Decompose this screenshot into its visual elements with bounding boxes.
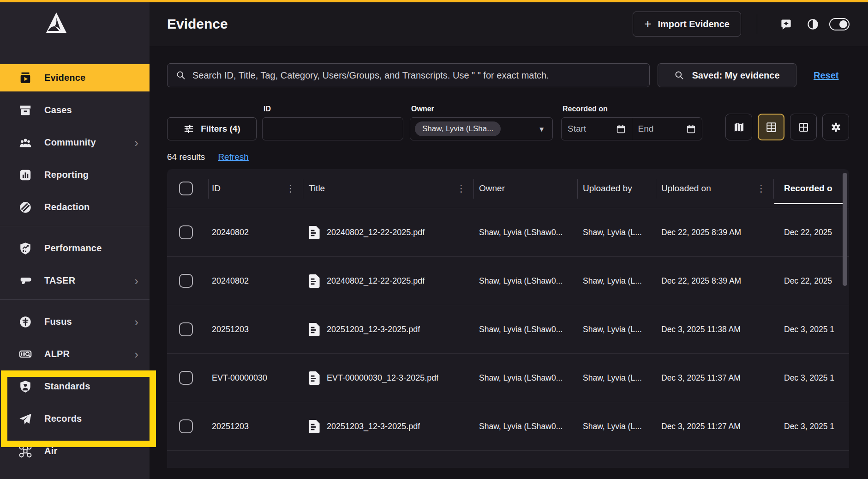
toggle-track bbox=[829, 18, 850, 30]
feedback-icon[interactable] bbox=[776, 14, 796, 34]
row-checkbox[interactable] bbox=[179, 322, 193, 336]
calendar-icon bbox=[686, 124, 696, 134]
sidebar-item-cases[interactable]: Cases bbox=[0, 97, 150, 124]
sidebar-item-label: Evidence bbox=[44, 73, 85, 83]
cell-value: Shaw, Lyvia (LShaw0... bbox=[479, 422, 563, 431]
filters-button[interactable]: Filters (4) bbox=[167, 117, 257, 140]
cell-id: 20251203 bbox=[208, 325, 303, 334]
sidebar-item-fusus[interactable]: Fusus› bbox=[0, 308, 150, 335]
saved-filter-button[interactable]: Saved: My evidence bbox=[658, 63, 796, 87]
sidebar-item-evidence[interactable]: Evidence bbox=[0, 64, 150, 91]
start-date-input[interactable]: Start bbox=[562, 118, 632, 140]
sidebar-item-label: Reporting bbox=[44, 170, 89, 180]
table-row[interactable]: 2024080220240802_12-22-2025.pdfShaw, Lyv… bbox=[167, 257, 849, 305]
column-header-recorded-on[interactable]: Recorded o bbox=[773, 169, 849, 208]
id-filter-input[interactable] bbox=[262, 117, 403, 140]
cell-value: 20251203_12-3-2025.pdf bbox=[327, 325, 420, 334]
sidebar-item-redaction[interactable]: Redaction bbox=[0, 194, 150, 221]
page-header: Evidence + Import Evidence bbox=[150, 2, 868, 46]
select-all-checkbox[interactable] bbox=[179, 182, 193, 195]
column-menu-icon[interactable]: ⋮ bbox=[756, 183, 766, 194]
caret-down-icon: ▼ bbox=[538, 125, 545, 133]
owner-value-pill: Shaw, Lyvia (LSha... bbox=[415, 121, 501, 136]
table-view-icon bbox=[765, 121, 778, 133]
table-header-row: ID ⋮ Title ⋮ Owner Uploaded by Uploaded bbox=[167, 169, 849, 208]
column-header-title[interactable]: Title ⋮ bbox=[303, 169, 473, 208]
column-header-uploaded-on[interactable]: Uploaded on ⋮ bbox=[656, 169, 773, 208]
cell-uploaded-by: Shaw, Lyvia (L... bbox=[577, 325, 656, 334]
search-input[interactable] bbox=[192, 70, 641, 81]
axon-logo-icon[interactable] bbox=[43, 11, 69, 36]
cell-value: 20251203_12-3-2025.pdf bbox=[327, 422, 420, 431]
column-menu-icon[interactable]: ⋮ bbox=[456, 183, 466, 194]
cell-owner: Shaw, Lyvia (LShaw0... bbox=[473, 422, 577, 431]
table-view-button[interactable] bbox=[758, 114, 784, 140]
row-checkbox-cell bbox=[167, 274, 208, 288]
reporting-icon bbox=[18, 168, 32, 182]
sidebar-item-community[interactable]: Community› bbox=[0, 129, 150, 156]
cell-uploaded-on: Dec 22, 2025 8:39 AM bbox=[656, 276, 773, 286]
document-icon bbox=[309, 420, 320, 433]
sidebar-item-reporting[interactable]: Reporting bbox=[0, 161, 150, 188]
row-checkbox[interactable] bbox=[179, 371, 193, 385]
id-filter-field: ID bbox=[262, 105, 403, 140]
column-header-id[interactable]: ID ⋮ bbox=[208, 169, 303, 208]
sidebar-item-label: Standards bbox=[44, 381, 90, 392]
refresh-link[interactable]: Refresh bbox=[218, 152, 249, 162]
sidebar-item-records[interactable]: Records bbox=[0, 405, 150, 432]
table-row[interactable]: 2024080220240802_12-22-2025.pdfShaw, Lyv… bbox=[167, 208, 849, 257]
owner-filter-select[interactable]: Shaw, Lyvia (LSha... ▼ bbox=[410, 117, 553, 140]
table-row[interactable]: 2025120320251203_12-3-2025.pdfShaw, Lyvi… bbox=[167, 402, 849, 451]
sidebar-item-air[interactable]: Air bbox=[0, 437, 150, 465]
sidebar-item-performance[interactable]: Performance bbox=[0, 235, 150, 262]
sidebar-item-alpr[interactable]: ALPR› bbox=[0, 340, 150, 368]
reset-link[interactable]: Reset bbox=[814, 70, 838, 81]
cell-value: 20240802 bbox=[212, 276, 249, 286]
sidebar-item-label: Redaction bbox=[44, 202, 90, 212]
cell-owner: Shaw, Lyvia (LShaw0... bbox=[473, 276, 577, 286]
sidebar-item-standards[interactable]: Standards bbox=[0, 373, 150, 400]
main-area: Evidence + Import Evidence bbox=[150, 2, 868, 479]
saved-filter-label: Saved: My evidence bbox=[692, 70, 779, 81]
cell-value: Shaw, Lyvia (LShaw0... bbox=[479, 325, 563, 334]
records-icon bbox=[18, 412, 32, 426]
contrast-icon[interactable] bbox=[802, 14, 823, 34]
column-menu-icon[interactable]: ⋮ bbox=[286, 183, 295, 194]
sidebar-item-taser[interactable]: TASER› bbox=[0, 267, 150, 294]
table-row[interactable]: 2025120320251203_12-3-2025.pdfShaw, Lyvi… bbox=[167, 305, 849, 354]
sidebar-nav: EvidenceCasesCommunity›ReportingRedactio… bbox=[0, 64, 150, 465]
chevron-right-icon: › bbox=[134, 275, 138, 287]
column-header-owner[interactable]: Owner bbox=[473, 169, 577, 208]
table-body: 2024080220240802_12-22-2025.pdfShaw, Lyv… bbox=[167, 208, 849, 468]
performance-icon bbox=[18, 242, 32, 255]
column-header-label: Recorded o bbox=[784, 183, 832, 194]
cell-recorded-on: Dec 22, 2025 bbox=[773, 228, 849, 237]
cell-value: EVT-00000030_12-3-2025.pdf bbox=[327, 373, 438, 383]
fusus-icon bbox=[18, 315, 32, 329]
table-row-partial[interactable] bbox=[167, 451, 849, 468]
sidebar-item-label: Cases bbox=[44, 105, 72, 115]
map-view-button[interactable] bbox=[725, 114, 752, 140]
id-filter-label: ID bbox=[263, 105, 403, 114]
sort-indicator bbox=[774, 203, 843, 204]
taser-icon bbox=[18, 274, 32, 288]
row-checkbox[interactable] bbox=[179, 274, 193, 288]
cell-id: EVT-00000030 bbox=[208, 373, 303, 383]
start-date-placeholder: Start bbox=[568, 124, 586, 134]
document-icon bbox=[309, 226, 320, 239]
end-date-input[interactable]: End bbox=[632, 118, 702, 140]
page-title: Evidence bbox=[167, 16, 228, 32]
cases-icon bbox=[18, 103, 32, 117]
cell-uploaded-on: Dec 22, 2025 8:39 AM bbox=[656, 228, 773, 237]
filter-row: Filters (4) ID Owner Shaw, Lyvia (LSha..… bbox=[167, 105, 849, 140]
theme-toggle[interactable] bbox=[829, 14, 850, 34]
table-row[interactable]: EVT-00000030EVT-00000030_12-3-2025.pdfSh… bbox=[167, 354, 849, 402]
settings-button[interactable] bbox=[822, 114, 849, 140]
brand-accent-bar bbox=[0, 0, 868, 2]
row-checkbox[interactable] bbox=[179, 225, 193, 239]
column-header-uploaded-by[interactable]: Uploaded by bbox=[577, 169, 656, 208]
table-scrollbar[interactable] bbox=[843, 173, 847, 286]
row-checkbox[interactable] bbox=[179, 419, 193, 433]
gallery-view-button[interactable] bbox=[790, 114, 817, 140]
import-evidence-button[interactable]: + Import Evidence bbox=[633, 12, 741, 36]
